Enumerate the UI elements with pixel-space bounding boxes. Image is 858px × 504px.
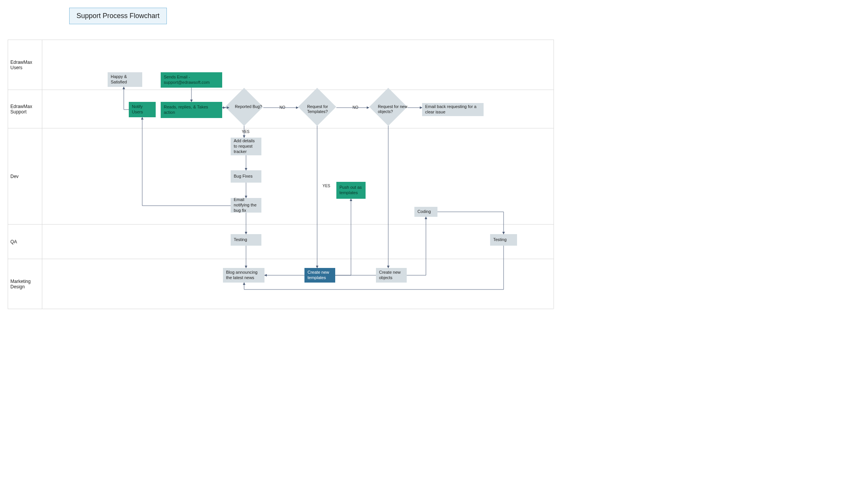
lane-text: Dev <box>10 174 18 179</box>
node-blog: Blog announcing the latest news <box>223 268 264 283</box>
node-coding: Coding <box>414 207 437 217</box>
node-label: Happy & Satisfied <box>111 74 139 85</box>
node-email-fix: Email notifying the bug fix <box>231 198 261 213</box>
diagram-title: Support Process Flowchart <box>69 8 167 24</box>
lane-label-support: EdrawMax Support <box>8 90 42 128</box>
node-label: Blog announcing the latest news <box>226 270 261 281</box>
node-sends-email: Sends Email - support@edrawsoft.com <box>161 72 222 88</box>
node-push-out: Push out as templates <box>336 182 366 199</box>
node-create-templates: Create new templates <box>304 268 335 283</box>
lane-label-users: EdrawMax Users <box>8 40 42 90</box>
node-label: Reads, replies, & Takes action <box>164 105 219 115</box>
lane-body-dev <box>42 128 554 224</box>
lane-text: EdrawMax Support <box>10 104 40 115</box>
edge-label-yes-1: YES <box>241 130 250 134</box>
node-notify-users: Notify Users <box>129 102 156 117</box>
node-label: Create new templates <box>308 270 332 281</box>
node-label: Bug Fixes <box>234 174 253 179</box>
node-create-objects: Create new objects <box>376 268 407 283</box>
lane-body-qa <box>42 224 554 259</box>
edge-text: YES <box>242 130 249 134</box>
lane-text: EdrawMax Users <box>10 60 40 70</box>
node-label: Testing <box>493 237 507 243</box>
lane-label-marketing: Marketing Design <box>8 259 42 309</box>
node-label: Notify Users <box>132 104 153 115</box>
node-label: Add details to request tracker <box>234 138 258 154</box>
lane-body-marketing <box>42 259 554 309</box>
diagram-title-text: Support Process Flowchart <box>76 12 160 20</box>
node-label: Push out as templates <box>339 185 362 196</box>
node-label: Create new objects <box>379 270 404 281</box>
node-happy-satisfied: Happy & Satisfied <box>108 72 142 87</box>
node-label: Testing <box>234 237 247 243</box>
lane-text: QA <box>10 239 17 245</box>
node-label: Coding <box>417 209 431 215</box>
edge-text: YES <box>323 184 330 188</box>
edge-text: NO <box>279 105 285 110</box>
edge-label-no-1: NO <box>279 105 286 110</box>
node-testing-2: Testing <box>490 234 517 246</box>
edge-label-no-2: NO <box>352 105 359 110</box>
node-email-back: Email back requesting for a clear issue <box>422 103 484 116</box>
node-add-details: Add details to request tracker <box>231 138 261 155</box>
canvas-bottom-border <box>8 309 554 309</box>
edge-text: NO <box>353 105 358 110</box>
edge-label-yes-2: YES <box>322 184 331 188</box>
lane-label-dev: Dev <box>8 128 42 224</box>
flowchart-canvas: EdrawMax Users EdrawMax Support Dev QA M… <box>8 40 554 309</box>
node-bug-fixes: Bug Fixes <box>231 170 261 183</box>
lane-label-qa: QA <box>8 224 42 259</box>
node-testing-1: Testing <box>231 234 261 246</box>
node-label: Email notifying the bug fix <box>234 197 258 213</box>
node-label: Sends Email - support@edrawsoft.com <box>164 75 219 85</box>
lane-text: Marketing Design <box>10 279 40 289</box>
node-label: Email back requesting for a clear issue <box>425 104 481 115</box>
node-reads-replies: Reads, replies, & Takes action <box>161 102 222 118</box>
